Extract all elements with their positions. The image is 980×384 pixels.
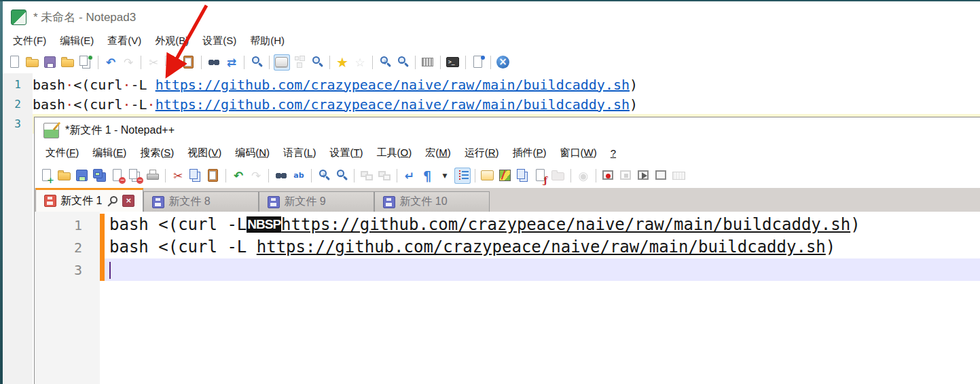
url-link[interactable]: https://github.com/crazypeace/naive/raw/… [156,77,630,93]
lightning-window-icon[interactable]: ⚡ [479,168,496,184]
macro-record-icon[interactable] [600,168,617,184]
menu-item-语言[interactable]: 语言(L) [276,145,323,161]
tab-新文件 8[interactable]: 新文件 8 [143,191,259,212]
editor-line[interactable]: 1bash <(curl -LNBSPhttps://github.com/cr… [35,214,980,236]
cut-icon[interactable]: ✂ [170,168,186,184]
save-file-icon[interactable] [74,168,90,184]
dropdown-arrow-icon[interactable]: ▼ [437,168,453,184]
open-file-icon[interactable] [56,168,73,184]
menu-item-运行[interactable]: 运行(R) [458,145,506,161]
macro-save-icon[interactable] [671,168,687,184]
terminal-icon[interactable] [445,54,461,71]
document-map-icon[interactable] [497,168,513,184]
word-wrap-icon[interactable]: ↵ [274,54,290,71]
menu-item-文件[interactable]: 文件(F) [39,145,86,161]
paste-icon[interactable] [181,54,197,71]
macro-play-icon[interactable] [636,168,652,184]
copy-icon[interactable] [163,54,179,71]
copy-icon[interactable] [187,168,204,184]
zoom-out-icon[interactable]: − [333,168,350,184]
print-icon[interactable] [145,168,161,184]
zoom-in-icon[interactable]: + [316,168,332,184]
paste-icon[interactable] [205,168,221,184]
menu-item-搜索[interactable]: 搜索(S) [133,145,181,161]
macro-run-icon[interactable]: » [653,168,670,184]
replace-icon[interactable]: ⇄ [223,54,240,71]
replace-icon[interactable]: ab [291,168,307,184]
text-caret [109,262,111,279]
undo-icon[interactable]: ↶ [103,54,119,71]
new-file-icon[interactable] [7,54,23,71]
editor-line[interactable]: 1bash·<(curl·-L https://github.com/crazy… [3,75,980,94]
menu-item-设置[interactable]: 设置(T) [323,145,369,161]
redo-icon[interactable]: ↷ [248,168,264,184]
zoom-out-icon[interactable]: − [395,54,411,71]
new-file-icon[interactable] [39,168,55,184]
exit-icon[interactable] [495,54,511,71]
editor-line[interactable]: 2bash·<(curl·-L·https://github.com/crazy… [3,94,980,114]
menu-item-编辑[interactable]: 编辑(E) [86,145,133,161]
pin-tab-icon[interactable] [107,196,117,206]
editor-lines: 1bash <(curl -LNBSPhttps://github.com/cr… [35,214,980,281]
editor-line[interactable]: 2bash <(curl -L https://github.com/crazy… [35,236,980,258]
url-link[interactable]: https://github.com/crazypeace/naive/raw/… [156,96,630,113]
show-all-characters-icon[interactable]: ¶ [419,168,435,184]
save-file-icon[interactable] [42,54,58,71]
indent-guide-icon[interactable] [454,168,471,184]
word-wrap-icon[interactable]: ↵ [401,168,418,184]
always-on-top-icon[interactable] [470,54,486,71]
function-list-icon[interactable] [532,168,549,184]
document-switcher-icon[interactable] [515,168,531,184]
menu-item-文件[interactable]: 文件(F) [6,33,53,50]
menu-item-外观[interactable]: 外观(B) [148,33,196,50]
editor[interactable]: 1bash <(curl -LNBSPhttps://github.com/cr… [35,212,980,384]
menu-item-设置[interactable]: 设置(S) [196,33,243,50]
sync-horizontal-icon[interactable] [376,168,393,184]
add-favorite-icon[interactable]: ☆ [352,54,368,71]
close-file-icon[interactable] [109,168,126,184]
zoom-in-icon[interactable]: + [377,54,393,71]
tab-新文件 9[interactable]: 新文件 9 [259,191,374,212]
menu-item-?[interactable]: ? [604,145,623,161]
zoom-view-icon[interactable] [249,54,265,71]
find-icon[interactable] [206,54,222,71]
save-as-icon[interactable] [60,54,76,71]
grid-view-icon[interactable] [420,54,436,71]
undo-icon[interactable]: ↶ [230,168,247,184]
url-link[interactable]: https://github.com/crazypeace/naive/raw/… [257,237,826,256]
menu-item-工具[interactable]: 工具(O) [370,145,419,161]
find-icon[interactable] [273,168,289,184]
cut-icon[interactable]: ✂ [145,54,162,71]
menu-item-编辑[interactable]: 编辑(E) [53,33,101,50]
menu-item-帮助[interactable]: 帮助(H) [243,33,291,50]
close-all-icon[interactable] [127,168,143,184]
whitespace-dot: · [122,96,130,113]
line-text: bash <(curl -LNBSPhttps://github.com/cra… [105,214,980,236]
folder-workspace-icon[interactable] [550,168,566,184]
url-link[interactable]: https://github.com/crazypeace/naive/raw/… [281,215,850,234]
menu-item-宏[interactable]: 宏(M) [418,145,458,161]
save-all-icon[interactable] [92,168,108,184]
tab-label: 新文件 8 [168,195,210,209]
macro-stop-icon[interactable] [618,168,634,184]
tab-新文件 1[interactable]: 新文件 1× [35,188,143,212]
recent-files-icon[interactable] [77,54,94,71]
menu-item-插件[interactable]: 插件(P) [506,145,553,161]
open-file-icon[interactable] [24,54,41,71]
redo-icon[interactable]: ↷ [120,54,137,71]
favorites-icon[interactable]: ★ [334,54,350,71]
tab-新文件 10[interactable]: 新文件 10 [374,191,490,212]
outline-icon[interactable] [291,54,308,71]
titlebar[interactable]: *新文件 1 - Notepad++ [35,117,980,143]
menu-item-查看[interactable]: 查看(V) [101,33,148,50]
titlebar[interactable]: * 未命名 - Notepad3 [3,3,980,31]
zoom-selection-icon[interactable] [309,54,325,71]
menu-item-视图[interactable]: 视图(V) [181,145,228,161]
sync-vertical-icon[interactable] [359,168,375,184]
menu-item-编码[interactable]: 编码(N) [228,145,276,161]
monitoring-icon[interactable]: ◉ [575,168,592,184]
menu-item-窗口[interactable]: 窗口(W) [553,145,604,161]
close-tab-icon[interactable]: × [122,195,134,207]
whitespace-dot: · [65,77,73,93]
editor-line[interactable]: 3 [35,258,980,281]
